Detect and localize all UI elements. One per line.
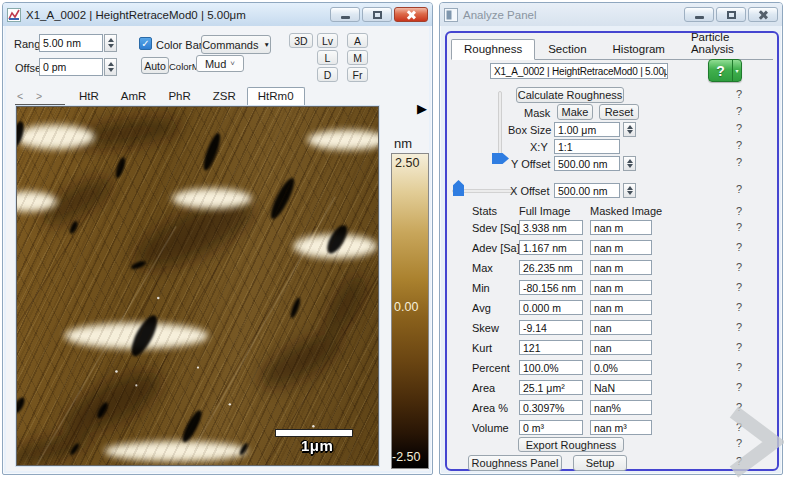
help-mark[interactable]: ? — [736, 122, 742, 134]
analysis-tab-label: Roughness — [464, 43, 522, 55]
stat-masked-image-field[interactable]: nan — [590, 320, 652, 335]
help-mark[interactable]: ? — [736, 261, 742, 273]
colorbar-min-tick: -2.50 — [392, 450, 421, 464]
channel-tab[interactable]: HtRm0 — [247, 87, 305, 106]
help-mark[interactable]: ? — [736, 361, 742, 373]
maximize-button[interactable] — [362, 7, 392, 22]
calculate-roughness-button[interactable]: Calculate Roughness — [516, 87, 624, 103]
roughness-panel-button[interactable]: Roughness Panel — [468, 455, 562, 471]
help-mark[interactable]: ? — [736, 381, 742, 393]
help-mark[interactable]: ? — [736, 221, 742, 233]
colormap-select[interactable]: Mud ˅ — [196, 55, 244, 72]
analysis-tab[interactable]: Particle Analysis — [678, 27, 773, 60]
view-a-button[interactable]: A — [347, 33, 368, 48]
box-size-field[interactable]: 1.00 μm — [554, 122, 620, 137]
analysis-tab[interactable]: Roughness — [451, 39, 535, 60]
view-lv-button[interactable]: Lv — [317, 33, 338, 48]
x-offset-slider-handle[interactable] — [453, 180, 464, 196]
analyze-window-titlebar[interactable]: Analyze Panel — [440, 3, 782, 26]
y-offset-slider-track[interactable] — [498, 91, 502, 159]
channel-tab[interactable]: ZSR — [202, 87, 247, 106]
help-mark[interactable]: ? — [736, 156, 742, 168]
stat-masked-image-field[interactable]: nan m — [590, 240, 652, 255]
x-offset-spinner[interactable] — [623, 183, 636, 198]
help-mark[interactable]: ? — [736, 341, 742, 353]
help-mark[interactable]: ? — [736, 205, 742, 217]
help-mark[interactable]: ? — [736, 105, 742, 117]
help-mark[interactable]: ? — [736, 241, 742, 253]
help-mark[interactable]: ? — [736, 321, 742, 333]
y-offset-field[interactable]: 500.00 nm — [554, 156, 620, 171]
stat-masked-image-field[interactable]: nan m — [590, 220, 652, 235]
stat-masked-image-field[interactable]: nan% — [590, 400, 652, 415]
stat-full-image-field[interactable]: 100.0% — [519, 360, 583, 375]
stat-full-image-field[interactable]: 0.000 m — [519, 300, 583, 315]
close-button[interactable] — [748, 7, 778, 22]
minimize-button[interactable] — [684, 7, 714, 22]
help-mark[interactable]: ? — [736, 301, 742, 313]
channel-tab[interactable]: PhR — [157, 87, 201, 106]
channel-tab[interactable]: HtR — [68, 87, 110, 106]
help-mark[interactable]: ? — [736, 281, 742, 293]
mask-make-button[interactable]: Make — [557, 104, 593, 120]
x-offset-field[interactable]: 500.00 nm — [554, 183, 620, 198]
box-size-spinner[interactable] — [623, 122, 636, 137]
window-title: Analyze Panel — [463, 9, 537, 21]
view-l-button[interactable]: L — [317, 50, 338, 65]
auto-button[interactable]: Auto — [141, 57, 169, 74]
view-d-button[interactable]: D — [317, 67, 338, 82]
help-mark[interactable]: ? — [736, 139, 742, 151]
stat-masked-image-field[interactable]: nan m — [590, 300, 652, 315]
afm-image[interactable]: 1μm — [16, 106, 379, 466]
close-button[interactable] — [394, 7, 428, 22]
stat-full-image-field[interactable]: 1.167 nm — [519, 240, 583, 255]
analysis-tab[interactable]: Histogram — [600, 39, 678, 60]
stat-masked-image-field[interactable]: NaN — [590, 380, 652, 395]
stat-row: Max 26.235 nm nan m ? — [447, 259, 777, 279]
setup-button[interactable]: Setup — [573, 455, 627, 471]
view-3d-button[interactable]: 3D — [289, 33, 313, 48]
stat-full-image-field[interactable]: 26.235 nm — [519, 260, 583, 275]
y-offset-slider-handle[interactable] — [492, 153, 509, 164]
export-roughness-button[interactable]: Export Roughness — [518, 437, 624, 452]
stat-full-image-field[interactable]: -80.156 nm — [519, 280, 583, 295]
stat-full-image-field[interactable]: 0.3097% — [519, 400, 583, 415]
help-button[interactable]: ? ▾ — [708, 59, 742, 82]
tab-scroll-left-button[interactable]: < — [17, 90, 23, 102]
help-mark[interactable]: ? — [736, 88, 742, 100]
tab-scroll-right-button[interactable]: > — [36, 90, 42, 102]
view-fr-button[interactable]: Fr — [347, 67, 368, 82]
colorbar-max-tick: 2.50 — [395, 156, 419, 170]
range-field[interactable]: 5.00 nm — [39, 34, 103, 52]
image-window-titlebar[interactable]: X1_A_0002 | HeightRetraceMod0 | 5.00μm — [3, 3, 432, 26]
channel-tab[interactable]: AmR — [110, 87, 158, 106]
maximize-button[interactable] — [716, 7, 746, 22]
color-bar-checkbox[interactable]: ✓ — [139, 37, 152, 50]
stat-masked-image-field[interactable]: nan m³ — [590, 420, 652, 435]
stat-masked-image-field[interactable]: nan — [590, 340, 652, 355]
xy-field[interactable]: 1:1 — [554, 139, 620, 154]
stat-full-image-field[interactable]: -9.14 — [519, 320, 583, 335]
commands-menu-button[interactable]: Commands ▼ — [201, 35, 271, 54]
stat-masked-image-field[interactable]: nan m — [590, 280, 652, 295]
offset-field[interactable]: 0 pm — [39, 58, 103, 76]
range-spinner[interactable] — [104, 34, 117, 52]
help-question-icon: ? — [709, 60, 732, 81]
stat-masked-image-field[interactable]: 0.0% — [590, 360, 652, 375]
stat-full-image-field[interactable]: 25.1 μm² — [519, 380, 583, 395]
stat-full-image-field[interactable]: 121 — [519, 340, 583, 355]
stat-masked-image-field[interactable]: nan m — [590, 260, 652, 275]
stat-full-image-field[interactable]: 3.938 nm — [519, 220, 583, 235]
view-m-button[interactable]: M — [347, 50, 368, 65]
help-mark[interactable]: ? — [736, 183, 742, 195]
stat-full-image-field[interactable]: 0 m³ — [519, 420, 583, 435]
expand-panel-button[interactable]: ▶ — [411, 99, 433, 117]
minimize-button[interactable] — [330, 7, 360, 22]
y-offset-spinner[interactable] — [623, 156, 636, 171]
mask-reset-button[interactable]: Reset — [599, 104, 639, 120]
offset-spinner[interactable] — [104, 58, 117, 76]
xy-label: X:Y — [530, 141, 548, 153]
dataset-selector[interactable]: X1_A_0002 | HeightRetraceMod0 | 5.00μm — [490, 63, 668, 79]
colormap-value: Mud — [205, 58, 226, 70]
analysis-tab[interactable]: Section — [535, 39, 599, 60]
